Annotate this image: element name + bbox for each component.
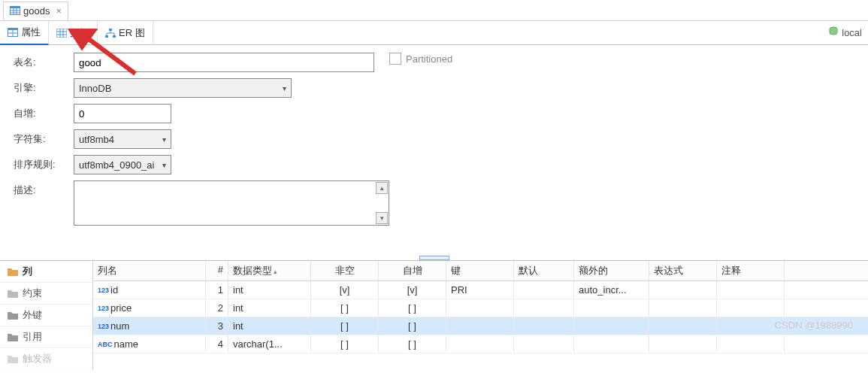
folder-icon <box>8 332 18 341</box>
close-icon[interactable]: × <box>56 5 62 17</box>
breadcrumb[interactable]: local <box>828 26 868 39</box>
cell-notnull: [ ] <box>311 317 379 335</box>
cell-extra <box>574 299 649 317</box>
table-row[interactable]: ABCname4varchar(1...[ ][ ] <box>93 335 868 353</box>
cell-key: PRI <box>446 281 514 299</box>
cell-index: 1 <box>206 281 228 299</box>
scroll-down-button[interactable]: ▾ <box>376 212 388 224</box>
tab-er-diagram[interactable]: ER 图 <box>98 21 153 45</box>
th-auto[interactable]: 自增 <box>379 261 446 280</box>
table-row[interactable]: 123price2int[ ][ ] <box>93 299 868 317</box>
svg-rect-1 <box>11 8 20 14</box>
charset-select[interactable]: utf8mb4 ▾ <box>74 129 171 149</box>
table-row[interactable]: 123num3int[ ][ ] <box>93 317 868 335</box>
cell-extra: auto_incr... <box>574 281 649 299</box>
cell-auto: [ ] <box>379 299 446 317</box>
cell-extra <box>574 335 649 353</box>
label-description: 描述: <box>14 180 74 197</box>
label-table-name: 表名: <box>14 53 74 69</box>
th-name[interactable]: 列名 <box>93 261 206 280</box>
cell-key <box>446 299 514 317</box>
tab-properties[interactable]: 属性 <box>0 21 49 45</box>
folder-icon <box>8 311 18 320</box>
breadcrumb-label: local <box>842 27 862 38</box>
cell-expr <box>649 281 717 299</box>
cell-key <box>446 317 514 335</box>
tab-label: 数据 <box>70 26 89 40</box>
engine-select[interactable]: InnoDB ▾ <box>74 78 292 98</box>
th-default[interactable]: 默认 <box>514 261 574 280</box>
cell-index: 3 <box>206 317 228 335</box>
nav-references[interactable]: 引用 <box>0 326 92 348</box>
scroll-up-button[interactable]: ▴ <box>376 182 388 194</box>
nav-label: 引用 <box>23 330 42 344</box>
nav-label: 外键 <box>23 308 42 322</box>
label-engine: 引擎: <box>14 78 74 95</box>
th-comment[interactable]: 注释 <box>717 261 785 280</box>
th-index[interactable]: # <box>206 261 228 280</box>
sort-icon: ▴ <box>274 268 277 275</box>
nav-label: 触发器 <box>23 352 52 365</box>
tab-label: ER 图 <box>119 26 145 40</box>
label-autoinc: 自增: <box>14 104 74 120</box>
th-type[interactable]: 数据类型▴ <box>228 261 311 280</box>
datatype-icon: 123 <box>98 305 109 312</box>
th-notnull[interactable]: 非空 <box>311 261 379 280</box>
th-key[interactable]: 键 <box>446 261 514 280</box>
cell-type: varchar(1... <box>228 335 311 353</box>
description-textarea[interactable] <box>74 180 389 226</box>
datatype-icon: ABC <box>98 341 113 348</box>
file-tab-goods[interactable]: goods × <box>3 2 68 20</box>
cell-comment <box>717 335 785 353</box>
cell-notnull: [ ] <box>311 299 379 317</box>
table-row[interactable]: 123id1int[v][v]PRIauto_incr... <box>93 281 868 299</box>
cell-key <box>446 335 514 353</box>
cell-expr <box>649 335 717 353</box>
cell-auto: [ ] <box>379 335 446 353</box>
watermark: CSDN @1988990 <box>775 320 853 331</box>
folder-icon <box>8 289 18 298</box>
cell-auto: [v] <box>379 281 446 299</box>
cell-notnull: [v] <box>311 281 379 299</box>
autoinc-input[interactable] <box>74 104 171 123</box>
chevron-down-icon: ▾ <box>162 135 166 144</box>
cell-index: 4 <box>206 335 228 353</box>
cell-index: 2 <box>206 299 228 317</box>
nav-label: 约束 <box>23 287 42 300</box>
select-value: InnoDB <box>79 83 111 94</box>
svg-rect-10 <box>56 29 67 38</box>
label-collation: 排序规则: <box>14 155 74 171</box>
label-charset: 字符集: <box>14 129 74 146</box>
th-extra[interactable]: 额外的 <box>574 261 649 280</box>
nav-triggers[interactable]: 触发器 <box>0 348 92 370</box>
partitioned-label: Partitioned <box>406 53 452 65</box>
cell-name: price <box>110 302 132 314</box>
diagram-icon <box>105 29 116 38</box>
cell-comment <box>717 281 785 299</box>
svg-rect-16 <box>105 35 108 38</box>
table-icon <box>8 28 18 37</box>
th-expr[interactable]: 表达式 <box>649 261 717 280</box>
tab-data[interactable]: 数据 <box>49 21 98 45</box>
cell-default <box>514 317 574 335</box>
cell-expr <box>649 317 717 335</box>
table-name-input[interactable] <box>74 53 374 72</box>
chevron-down-icon: ▾ <box>283 84 286 92</box>
nav-constraints[interactable]: 约束 <box>0 283 92 305</box>
cell-auto: [ ] <box>379 317 446 335</box>
tab-label: 属性 <box>21 26 41 39</box>
cell-name: num <box>110 320 129 332</box>
splitter-handle[interactable] <box>0 256 868 260</box>
nav-foreign-keys[interactable]: 外键 <box>0 305 92 326</box>
table-icon <box>10 6 20 15</box>
folder-icon <box>8 267 18 276</box>
grid-icon <box>56 29 67 38</box>
table-header: 列名 # 数据类型▴ 非空 自增 键 默认 额外的 表达式 注释 <box>93 261 868 281</box>
partitioned-checkbox[interactable] <box>389 53 401 65</box>
cell-expr <box>649 299 717 317</box>
folder-icon <box>8 354 18 363</box>
cell-type: int <box>228 299 311 317</box>
nav-columns[interactable]: 列 <box>0 261 92 283</box>
collation-select[interactable]: utf8mb4_0900_ai ▾ <box>74 155 171 174</box>
cell-type: int <box>228 281 311 299</box>
